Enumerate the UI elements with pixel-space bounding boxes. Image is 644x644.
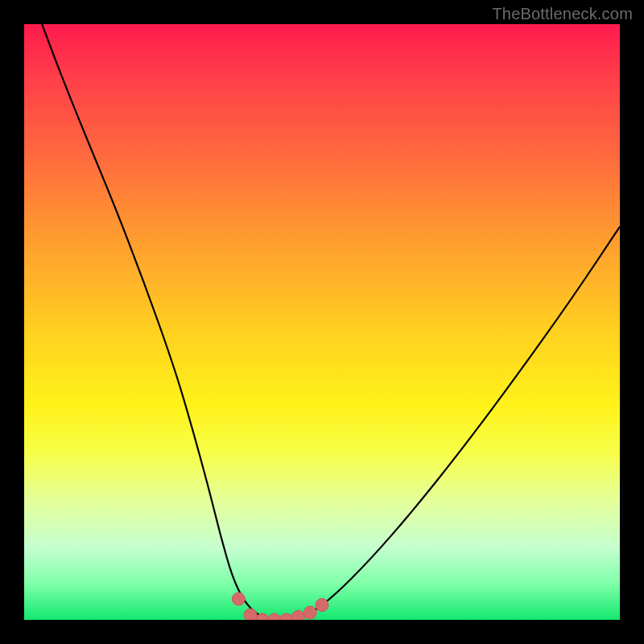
bottleneck-curve-svg bbox=[24, 24, 620, 620]
watermark-text: TheBottleneck.com bbox=[492, 5, 633, 23]
chart-plot-area bbox=[24, 24, 620, 620]
valley-marker bbox=[244, 609, 257, 620]
valley-marker bbox=[316, 599, 328, 612]
valley-marker bbox=[268, 613, 281, 620]
valley-marker bbox=[280, 613, 293, 620]
valley-marker bbox=[232, 592, 245, 605]
valley-marker bbox=[291, 610, 304, 620]
bottleneck-curve-path bbox=[42, 24, 620, 620]
valley-marker bbox=[303, 606, 316, 619]
valley-marker-group bbox=[232, 592, 328, 620]
